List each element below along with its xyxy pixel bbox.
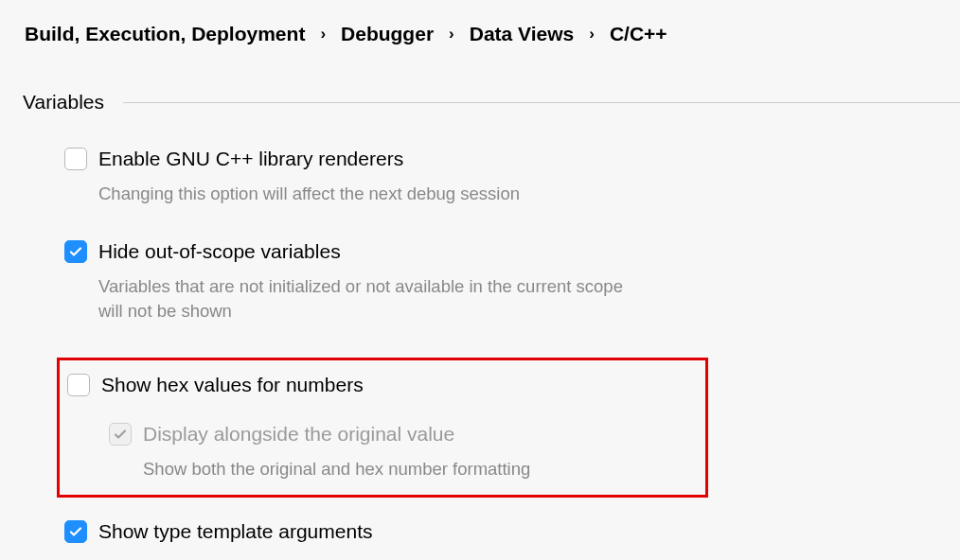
option-hint: Changing this option will affect the nex… [98, 182, 629, 206]
option-display-alongside: Display alongside the original value Sho… [109, 423, 705, 481]
checkbox-show-type-template[interactable] [64, 520, 87, 543]
option-show-type-template: Show type template arguments [64, 520, 960, 543]
section-title: Variables [23, 91, 104, 114]
checkbox-hide-out-of-scope[interactable] [64, 240, 87, 263]
breadcrumb-item[interactable]: Build, Execution, Deployment [25, 23, 305, 45]
chevron-right-icon: › [312, 25, 333, 44]
checkbox-show-hex[interactable] [67, 374, 90, 396]
breadcrumb-item[interactable]: Data Views [470, 23, 575, 45]
option-label[interactable]: Show type template arguments [98, 520, 373, 543]
option-show-hex: Show hex values for numbers Display alon… [60, 374, 705, 481]
option-label: Display alongside the original value [143, 423, 454, 446]
breadcrumb-item[interactable]: Debugger [341, 23, 434, 45]
check-icon [68, 524, 83, 539]
option-label[interactable]: Show hex values for numbers [101, 374, 364, 396]
chevron-right-icon: › [581, 25, 602, 44]
option-hint: Variables that are not initialized or no… [98, 274, 629, 324]
option-hide-out-of-scope: Hide out-of-scope variables Variables th… [64, 240, 960, 324]
breadcrumb-item[interactable]: C/C++ [610, 23, 667, 45]
checkbox-display-alongside [109, 423, 132, 446]
option-list: Enable GNU C++ library renderers Changin… [23, 148, 960, 543]
checkbox-enable-gnu[interactable] [64, 148, 87, 170]
check-icon [68, 244, 83, 259]
check-icon [113, 427, 128, 442]
highlighted-option-group: Show hex values for numbers Display alon… [57, 358, 708, 498]
chevron-right-icon: › [441, 25, 462, 44]
divider [123, 102, 960, 103]
option-enable-gnu: Enable GNU C++ library renderers Changin… [64, 148, 960, 206]
breadcrumb: Build, Execution, Deployment › Debugger … [23, 23, 960, 45]
section-header: Variables [23, 91, 960, 114]
option-label[interactable]: Hide out-of-scope variables [98, 240, 341, 263]
option-label[interactable]: Enable GNU C++ library renderers [98, 148, 403, 170]
option-hint: Show both the original and hex number fo… [143, 457, 673, 481]
